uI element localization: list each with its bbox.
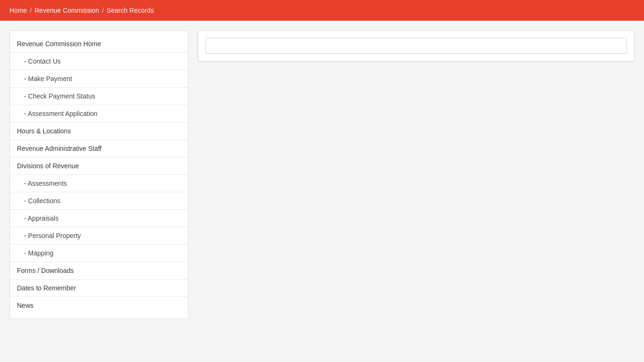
sidebar: Revenue Commission Home- Contact Us- Mak… <box>9 30 189 319</box>
sidebar-item-assessments[interactable]: - Assessments <box>10 175 188 192</box>
sidebar-item-make-payment[interactable]: - Make Payment <box>10 70 188 88</box>
sidebar-item-collections[interactable]: - Collections <box>10 192 188 210</box>
sidebar-item-revenue-commission-home[interactable]: Revenue Commission Home <box>10 35 188 53</box>
sidebar-item-appraisals[interactable]: - Appraisals <box>10 210 188 227</box>
search-input[interactable] <box>206 38 627 54</box>
main-container: Revenue Commission Home- Contact Us- Mak… <box>0 21 644 329</box>
search-card <box>198 30 635 61</box>
breadcrumb-home[interactable]: Home <box>9 7 27 14</box>
sidebar-item-divisions-of-revenue[interactable]: Divisions of Revenue <box>10 157 188 175</box>
top-nav: Home / Revenue Commission / Search Recor… <box>0 0 644 21</box>
sidebar-item-hours-locations[interactable]: Hours & Locations <box>10 123 188 140</box>
sidebar-item-assessment-application[interactable]: - Assessment Application <box>10 105 188 123</box>
sidebar-card: Revenue Commission Home- Contact Us- Mak… <box>9 30 189 319</box>
sidebar-item-forms-downloads[interactable]: Forms / Downloads <box>10 262 188 280</box>
sidebar-item-dates-to-remember[interactable]: Dates to Remember <box>10 280 188 297</box>
breadcrumb-current: Search Records <box>107 7 154 14</box>
sidebar-item-mapping[interactable]: - Mapping <box>10 245 188 262</box>
sidebar-item-personal-property[interactable]: - Personal Property <box>10 227 188 245</box>
breadcrumb: Home / Revenue Commission / Search Recor… <box>9 7 154 14</box>
sidebar-item-contact-us[interactable]: - Contact Us <box>10 53 188 70</box>
breadcrumb-separator-2: / <box>102 7 104 14</box>
sidebar-item-revenue-admin-staff[interactable]: Revenue Administrative Staff <box>10 140 188 157</box>
sidebar-item-news[interactable]: News <box>10 297 188 314</box>
content-area <box>198 30 635 319</box>
breadcrumb-separator-1: / <box>30 7 32 14</box>
sidebar-item-check-payment-status[interactable]: - Check Payment Status <box>10 88 188 105</box>
breadcrumb-revenue-commission[interactable]: Revenue Commission <box>34 7 99 14</box>
